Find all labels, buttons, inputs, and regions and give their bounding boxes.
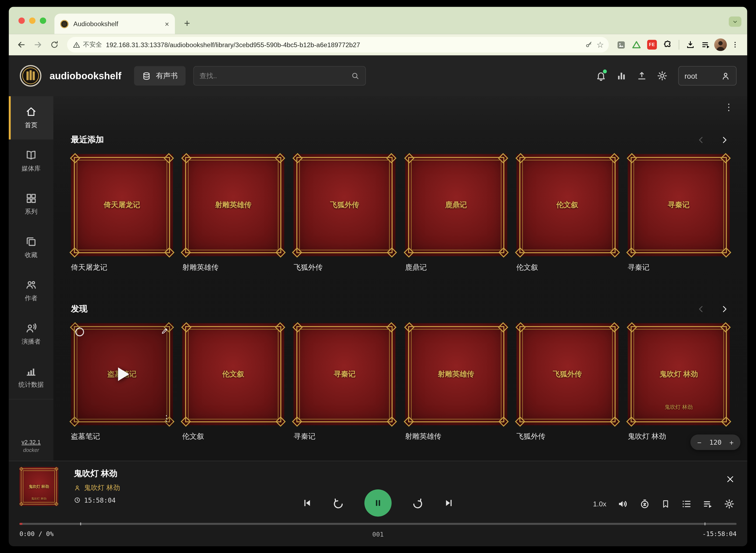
search-input[interactable] <box>200 72 347 80</box>
book-title[interactable]: 寻秦记 <box>628 263 730 272</box>
close-window-button[interactable] <box>19 17 25 24</box>
address-bar[interactable]: 不安全 192.168.31.33:13378/audiobookshelf/l… <box>67 37 609 53</box>
jump-forward-button[interactable] <box>411 496 424 509</box>
upload-button[interactable] <box>632 66 652 85</box>
book-card[interactable]: 射雕英雄传 射雕英雄传 <box>405 323 507 441</box>
forward-button[interactable] <box>30 37 46 53</box>
skip-next-button[interactable] <box>443 498 454 508</box>
increase-size-button[interactable]: + <box>729 439 734 446</box>
player-settings-button[interactable] <box>724 498 735 509</box>
queue-button[interactable] <box>703 498 713 509</box>
downloads-button[interactable] <box>683 37 697 52</box>
book-title[interactable]: 飞狐外传 <box>294 263 396 272</box>
book-card-hovered[interactable]: 盗墓笔记 ⋮ 盗墓笔记 <box>71 323 173 441</box>
chapters-button[interactable] <box>681 498 692 509</box>
sleep-timer-button[interactable] <box>639 498 650 509</box>
notifications-button[interactable] <box>591 66 611 85</box>
progress-track[interactable] <box>19 523 737 525</box>
shelf-next-button[interactable] <box>719 304 730 314</box>
volume-button[interactable] <box>617 498 628 509</box>
now-playing-cover[interactable]: 鬼吹灯 林劲 鬼吹灯 林劲 <box>19 467 58 506</box>
edit-icon[interactable] <box>161 327 169 335</box>
book-title[interactable]: 寻秦记 <box>294 432 396 441</box>
bookmark-button[interactable] <box>661 499 670 509</box>
sidebar-item-library[interactable]: 媒体库 <box>9 140 53 183</box>
sidebar-item-series[interactable]: 系列 <box>9 183 53 226</box>
audiobookshelf-logo[interactable] <box>19 65 42 87</box>
jump-backward-button[interactable] <box>332 496 345 509</box>
book-card[interactable]: 射雕英雄传 射雕英雄传 <box>182 154 284 272</box>
extension-fe-icon[interactable]: FE <box>645 37 659 52</box>
version-link[interactable]: v2.32.1 <box>9 439 53 446</box>
back-button[interactable] <box>13 37 29 53</box>
book-cover[interactable]: 倚天屠龙记 <box>71 154 173 256</box>
new-tab-button[interactable]: + <box>180 16 194 31</box>
book-card[interactable]: 鹿鼎记 鹿鼎记 <box>405 154 507 272</box>
extension-screenshot-icon[interactable] <box>614 37 628 52</box>
book-card[interactable]: 伦文叙 伦文叙 <box>516 154 618 272</box>
profile-avatar[interactable] <box>714 38 727 51</box>
close-player-button[interactable] <box>726 475 735 483</box>
book-cover[interactable]: 寻秦记 <box>628 154 730 256</box>
library-selector[interactable]: 有声书 <box>134 66 185 85</box>
book-cover[interactable]: 伦文叙 <box>516 154 618 256</box>
search-icon[interactable] <box>351 71 359 80</box>
book-title[interactable]: 伦文叙 <box>182 432 284 441</box>
stats-button[interactable] <box>611 66 632 85</box>
reload-button[interactable] <box>47 37 62 53</box>
site-security[interactable]: 不安全 <box>73 41 102 49</box>
book-cover[interactable]: 飞狐外传 <box>516 323 618 425</box>
book-title[interactable]: 鹿鼎记 <box>405 263 507 272</box>
book-title[interactable]: 盗墓笔记 <box>71 432 173 441</box>
user-account-button[interactable]: root <box>678 66 736 85</box>
select-checkbox[interactable] <box>75 327 84 336</box>
settings-button[interactable] <box>652 66 672 85</box>
book-title[interactable]: 射雕英雄传 <box>182 263 284 272</box>
book-cover[interactable]: 射雕英雄传 <box>182 154 284 256</box>
book-card[interactable]: 倚天屠龙记 倚天屠龙记 <box>71 154 173 272</box>
now-playing-author[interactable]: 鬼吹灯 林劲 <box>74 483 120 492</box>
decrease-size-button[interactable]: − <box>697 439 701 446</box>
book-cover[interactable]: 射雕英雄传 <box>405 323 507 425</box>
book-cover[interactable]: 鬼吹灯 林劲鬼吹灯 林劲 <box>628 323 730 425</box>
page-menu-button[interactable]: ⋮ <box>723 101 735 113</box>
extensions-menu-button[interactable] <box>660 37 675 52</box>
play-overlay-button[interactable] <box>111 363 133 385</box>
book-card[interactable]: 飞狐外传 飞狐外传 <box>516 323 618 441</box>
bookmark-page-icon[interactable]: ☆ <box>596 41 604 49</box>
tab-close-icon[interactable]: × <box>165 20 169 27</box>
book-title[interactable]: 射雕英雄传 <box>405 432 507 441</box>
shelf-prev-button[interactable] <box>696 135 706 145</box>
book-cover[interactable]: 盗墓笔记 ⋮ <box>71 323 173 425</box>
extension-triangle-icon[interactable] <box>629 37 644 52</box>
sidebar-item-collections[interactable]: 收藏 <box>9 226 53 269</box>
sidebar-item-narrators[interactable]: 演播者 <box>9 313 53 356</box>
book-title[interactable]: 飞狐外传 <box>516 432 618 441</box>
maximize-window-button[interactable] <box>40 17 46 24</box>
sidebar-item-stats[interactable]: 统计数据 <box>9 356 53 399</box>
book-cover[interactable]: 寻秦记 <box>294 323 396 425</box>
browser-tab[interactable]: Audiobookshelf × <box>55 13 175 34</box>
tab-list-dropdown[interactable] <box>729 16 742 27</box>
book-cover[interactable]: 飞狐外传 <box>294 154 396 256</box>
search-box[interactable] <box>193 66 365 85</box>
book-cover[interactable]: 伦文叙 <box>182 323 284 425</box>
browser-menu-button[interactable] <box>728 37 742 52</box>
book-card[interactable]: 鬼吹灯 林劲鬼吹灯 林劲 鬼吹灯 林劲 <box>628 323 730 441</box>
sidebar-item-home[interactable]: 首页 <box>9 96 53 139</box>
minimize-window-button[interactable] <box>29 17 35 24</box>
book-card[interactable]: 寻秦记 寻秦记 <box>628 154 730 272</box>
book-cover[interactable]: 鹿鼎记 <box>405 154 507 256</box>
sidebar-item-authors[interactable]: 作者 <box>9 269 53 312</box>
book-card[interactable]: 伦文叙 伦文叙 <box>182 323 284 441</box>
book-card[interactable]: 寻秦记 寻秦记 <box>294 323 396 441</box>
book-card[interactable]: 飞狐外传 飞狐外传 <box>294 154 396 272</box>
skip-previous-button[interactable] <box>302 498 313 508</box>
password-manager-icon[interactable] <box>585 41 593 49</box>
book-title[interactable]: 倚天屠龙记 <box>71 263 173 272</box>
shelf-next-button[interactable] <box>719 135 730 145</box>
book-title[interactable]: 伦文叙 <box>516 263 618 272</box>
cover-menu-button[interactable]: ⋮ <box>162 414 171 424</box>
media-controls-button[interactable] <box>699 37 713 52</box>
pause-button[interactable] <box>364 489 392 517</box>
